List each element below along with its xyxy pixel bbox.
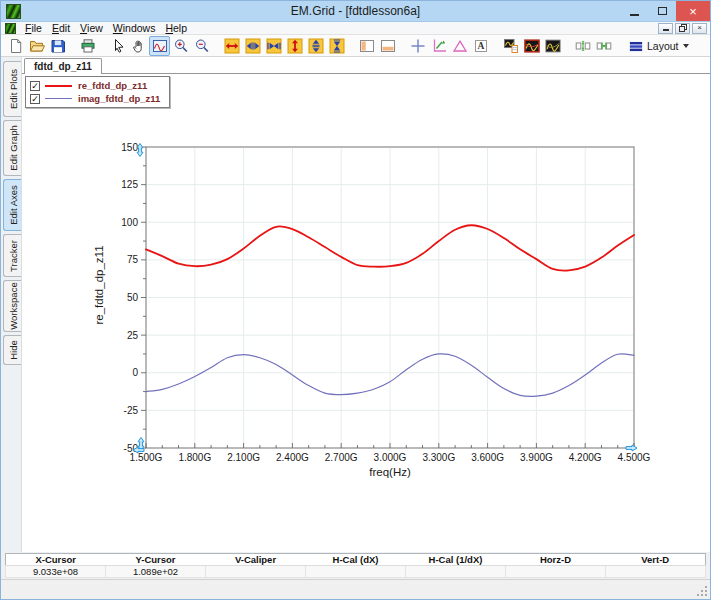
- sidebar-tab-label: Edit Plots: [7, 69, 18, 109]
- zoom-y-full-icon: [287, 38, 303, 54]
- delta-marker-button[interactable]: [449, 36, 470, 56]
- document-tab-strip: fdtd_dp_z11: [22, 57, 710, 74]
- plot-dark-button[interactable]: [542, 36, 563, 56]
- split-vertical-button[interactable]: [356, 36, 377, 56]
- print-icon: [80, 38, 96, 54]
- open-file-button[interactable]: [26, 36, 47, 56]
- mdi-minimize-icon: [663, 29, 669, 31]
- x-tick-label: 2.400G: [276, 452, 309, 463]
- y-tick-label: 150: [121, 142, 138, 153]
- sidebar-tab-edit-axes[interactable]: Edit Axes: [3, 179, 21, 231]
- status-header-row: X-CursorY-CursorV-CaliperH-Cal (dX)H-Cal…: [6, 554, 706, 566]
- sidebar-tab-label: Hide: [7, 340, 18, 360]
- minimize-icon: [630, 14, 639, 16]
- legend-label: imag_fdtd_dp_z11: [78, 93, 160, 104]
- status-value: [506, 566, 606, 578]
- status-col-header: V-Caliper: [206, 554, 306, 566]
- print-button[interactable]: [77, 36, 98, 56]
- pointer-button[interactable]: [107, 36, 128, 56]
- sidebar-tab-label: Edit Axes: [7, 185, 18, 225]
- legend-checkbox[interactable]: ✓: [30, 94, 40, 104]
- split-vertical-icon: [359, 38, 375, 54]
- crosshair-icon: [410, 38, 426, 54]
- document-logo-icon: [5, 23, 16, 34]
- chart-canvas[interactable]: 1.500G1.800G2.100G2.400G2.700G3.000G3.30…: [22, 74, 710, 552]
- zoom-y-full-button[interactable]: [284, 36, 305, 56]
- space-horizontal-button[interactable]: [593, 36, 614, 56]
- delta-marker-icon: [452, 38, 468, 54]
- y-axis-title: re_fdtd_dp_z11: [93, 245, 105, 324]
- zoom-in-button[interactable]: [170, 36, 191, 56]
- legend-item: ✓imag_fdtd_dp_z11: [30, 93, 160, 104]
- plot-dark-icon: [545, 38, 561, 54]
- x-tick-label: 2.100G: [227, 452, 260, 463]
- plot-dark-red-button[interactable]: [521, 36, 542, 56]
- expand-x-icon: [245, 38, 261, 54]
- layout-menu-button[interactable]: Layout: [623, 36, 695, 56]
- space-vertical-button[interactable]: [572, 36, 593, 56]
- tool-bar: ALayout: [1, 35, 710, 57]
- mdi-close-button[interactable]: ×: [692, 23, 707, 34]
- mdi-restore-icon: [679, 24, 687, 32]
- app-window: EM.Grid - [fdtdlesson6a] × FileEditViewW…: [0, 0, 711, 600]
- new-document-button[interactable]: [5, 36, 26, 56]
- sidebar-tab-workspace[interactable]: Workspace: [3, 280, 21, 332]
- save-icon: [50, 38, 66, 54]
- sidebar-tab-hide[interactable]: Hide: [3, 335, 21, 365]
- status-col-header: Vert-D: [606, 554, 706, 566]
- legend-line-sample: [45, 85, 72, 87]
- zoom-window-button[interactable]: [149, 36, 170, 56]
- text-label-button[interactable]: A: [470, 36, 491, 56]
- x-tick-label: 3.000G: [374, 452, 407, 463]
- split-horizontal-icon: [380, 38, 396, 54]
- expand-y-button[interactable]: [305, 36, 326, 56]
- resize-grip[interactable]: [697, 586, 707, 596]
- zoom-x-full-button[interactable]: [221, 36, 242, 56]
- pan-hand-button[interactable]: [128, 36, 149, 56]
- title-bar: EM.Grid - [fdtdlesson6a] ×: [1, 1, 710, 22]
- x-tick-label: 1.800G: [178, 452, 211, 463]
- split-horizontal-button[interactable]: [377, 36, 398, 56]
- minimize-button[interactable]: [620, 1, 648, 21]
- menu-item-windows[interactable]: Windows: [108, 22, 161, 34]
- close-button[interactable]: ×: [676, 1, 710, 21]
- pointer-icon: [110, 38, 126, 54]
- window-title: EM.Grid - [fdtdlesson6a]: [1, 4, 710, 18]
- mdi-minimize-button[interactable]: [658, 23, 673, 34]
- menu-item-view[interactable]: View: [75, 22, 108, 34]
- axes-marker-button[interactable]: [428, 36, 449, 56]
- legend-checkbox[interactable]: ✓: [30, 81, 40, 91]
- menu-item-file[interactable]: File: [20, 22, 47, 34]
- doc-tab-fdtd_dp_z11[interactable]: fdtd_dp_z11: [24, 58, 102, 74]
- status-col-header: H-Cal (dX): [306, 554, 406, 566]
- status-value-row: 9.033e+081.089e+02: [6, 566, 706, 578]
- sidebar-tab-tracker[interactable]: Tracker: [3, 234, 21, 277]
- menu-item-help[interactable]: Help: [160, 22, 192, 34]
- sidebar-tab-edit-graph[interactable]: Edit Graph: [3, 120, 21, 176]
- x-axis-right-handle[interactable]: [626, 445, 637, 451]
- sidebar-tab-label: Tracker: [7, 240, 18, 272]
- close-icon: ×: [689, 5, 697, 18]
- maximize-icon: [658, 7, 667, 15]
- y-tick-label: 75: [127, 254, 139, 265]
- zoom-out-button[interactable]: [191, 36, 212, 56]
- x-tick-label: 1.500G: [130, 452, 163, 463]
- compress-x-button[interactable]: [263, 36, 284, 56]
- new-document-icon: [8, 38, 24, 54]
- pan-hand-icon: [131, 38, 147, 54]
- y-tick-label: 100: [121, 217, 138, 228]
- mdi-restore-button[interactable]: [675, 23, 690, 34]
- text-label-icon: A: [473, 38, 489, 54]
- compress-y-button[interactable]: [326, 36, 347, 56]
- menu-item-edit[interactable]: Edit: [47, 22, 75, 34]
- status-col-header: Horz-D: [506, 554, 606, 566]
- expand-x-button[interactable]: [242, 36, 263, 56]
- crosshair-button[interactable]: [407, 36, 428, 56]
- sidebar-tab-edit-plots[interactable]: Edit Plots: [3, 61, 21, 117]
- status-value: [606, 566, 706, 578]
- copy-plot-button[interactable]: [500, 36, 521, 56]
- maximize-button[interactable]: [648, 1, 676, 21]
- save-button[interactable]: [47, 36, 68, 56]
- y-tick-label: 25: [127, 330, 139, 341]
- space-vertical-icon: [575, 38, 591, 54]
